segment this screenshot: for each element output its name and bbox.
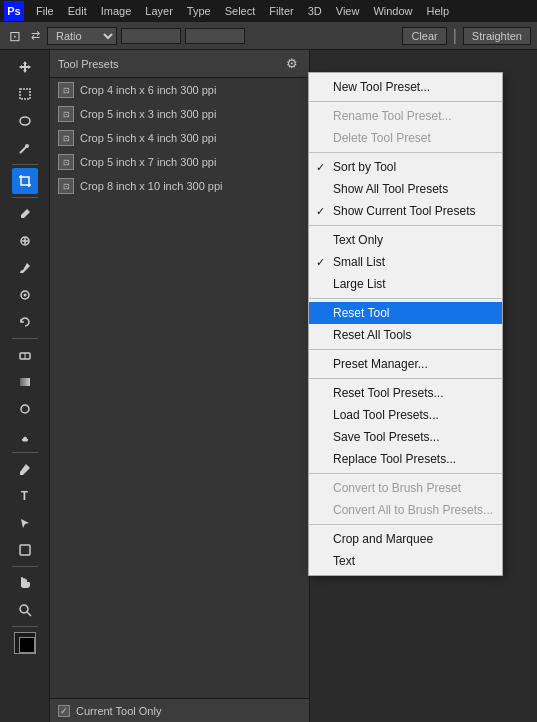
history-brush-tool[interactable] xyxy=(12,309,38,335)
list-item[interactable]: ⊡ Crop 5 inch x 7 inch 300 ppi xyxy=(50,150,309,174)
options-bar: ⊡ ⇄ Ratio Clear | Straighten xyxy=(0,22,537,50)
menubar: Ps File Edit Image Layer Type Select Fil… xyxy=(0,0,537,22)
shape-tool[interactable] xyxy=(12,537,38,563)
svg-rect-0 xyxy=(20,89,30,99)
menu-item-text[interactable]: Text xyxy=(309,550,502,572)
preset-icon: ⊡ xyxy=(58,106,74,122)
menu-separator xyxy=(309,378,502,379)
rect-select-tool[interactable] xyxy=(12,81,38,107)
menu-help[interactable]: Help xyxy=(421,3,456,19)
menu-item-show-current-tool-presets[interactable]: Show Current Tool Presets xyxy=(309,200,502,222)
menu-separator xyxy=(309,298,502,299)
presets-list: ⊡ Crop 4 inch x 6 inch 300 ppi ⊡ Crop 5 … xyxy=(50,78,309,698)
left-toolbar: T xyxy=(0,50,50,722)
menu-item-reset-tool[interactable]: Reset Tool xyxy=(309,302,502,324)
move-tool[interactable] xyxy=(12,54,38,80)
menu-item-text-only[interactable]: Text Only xyxy=(309,229,502,251)
hand-tool[interactable] xyxy=(12,570,38,596)
tool-preset-picker[interactable]: ⊡ xyxy=(6,28,24,44)
svg-rect-11 xyxy=(20,378,30,386)
svg-point-15 xyxy=(20,605,28,613)
menu-separator xyxy=(309,473,502,474)
brush-tool[interactable] xyxy=(12,255,38,281)
preset-icon: ⊡ xyxy=(58,130,74,146)
menu-item-sort-by-tool[interactable]: Sort by Tool xyxy=(309,156,502,178)
magic-wand-tool[interactable] xyxy=(12,135,38,161)
crop-tool[interactable] xyxy=(12,168,38,194)
list-item[interactable]: ⊡ Crop 8 inch x 10 inch 300 ppi xyxy=(50,174,309,198)
height-input[interactable] xyxy=(185,28,245,44)
menu-separator xyxy=(309,225,502,226)
svg-point-8 xyxy=(23,294,26,297)
svg-point-12 xyxy=(21,405,29,413)
menu-separator xyxy=(309,524,502,525)
svg-point-3 xyxy=(25,144,29,148)
eraser-tool[interactable] xyxy=(12,342,38,368)
current-tool-checkbox[interactable]: ✓ xyxy=(58,705,70,717)
menu-item-crop-and-marquee[interactable]: Crop and Marquee xyxy=(309,528,502,550)
ratio-select[interactable]: Ratio xyxy=(47,27,117,45)
preset-icon: ⊡ xyxy=(58,82,74,98)
menu-3d[interactable]: 3D xyxy=(302,3,328,19)
svg-point-1 xyxy=(20,117,30,125)
menu-item-load-tool-presets[interactable]: Load Tool Presets... xyxy=(309,404,502,426)
gradient-tool[interactable] xyxy=(12,369,38,395)
swap-icon[interactable]: ⇄ xyxy=(28,29,43,42)
menu-image[interactable]: Image xyxy=(95,3,138,19)
menu-item-convert-all-to-brush-presets: Convert All to Brush Presets... xyxy=(309,499,502,521)
background-color[interactable] xyxy=(19,637,35,653)
menu-item-preset-manager[interactable]: Preset Manager... xyxy=(309,353,502,375)
type-tool[interactable]: T xyxy=(12,483,38,509)
foreground-color[interactable] xyxy=(14,632,36,654)
svg-line-16 xyxy=(27,612,31,616)
svg-line-2 xyxy=(20,147,26,153)
preset-icon: ⊡ xyxy=(58,178,74,194)
menu-item-convert-to-brush-preset: Convert to Brush Preset xyxy=(309,477,502,499)
app-logo: Ps xyxy=(4,1,24,21)
menu-file[interactable]: File xyxy=(30,3,60,19)
blur-tool[interactable] xyxy=(12,396,38,422)
menu-item-large-list[interactable]: Large List xyxy=(309,273,502,295)
menu-type[interactable]: Type xyxy=(181,3,217,19)
presets-gear-button[interactable]: ⚙ xyxy=(283,56,301,71)
svg-rect-14 xyxy=(20,545,30,555)
zoom-tool[interactable] xyxy=(12,597,38,623)
context-menu: New Tool Preset...Rename Tool Preset...D… xyxy=(308,72,503,576)
dodge-tool[interactable] xyxy=(12,423,38,449)
pen-tool[interactable] xyxy=(12,456,38,482)
width-input[interactable] xyxy=(121,28,181,44)
straighten-button[interactable]: Straighten xyxy=(463,27,531,45)
eyedropper-tool[interactable] xyxy=(12,201,38,227)
menu-item-reset-all-tools[interactable]: Reset All Tools xyxy=(309,324,502,346)
menu-edit[interactable]: Edit xyxy=(62,3,93,19)
menu-separator xyxy=(309,349,502,350)
presets-panel: Tool Presets ⚙ ⊡ Crop 4 inch x 6 inch 30… xyxy=(50,50,310,722)
menu-window[interactable]: Window xyxy=(367,3,418,19)
menu-item-replace-tool-presets[interactable]: Replace Tool Presets... xyxy=(309,448,502,470)
list-item[interactable]: ⊡ Crop 4 inch x 6 inch 300 ppi xyxy=(50,78,309,102)
menu-select[interactable]: Select xyxy=(219,3,262,19)
menu-item-show-all-tool-presets[interactable]: Show All Tool Presets xyxy=(309,178,502,200)
menu-item-small-list[interactable]: Small List xyxy=(309,251,502,273)
menu-item-delete-tool-preset: Delete Tool Preset xyxy=(309,127,502,149)
presets-footer: ✓ Current Tool Only xyxy=(50,698,309,722)
menu-item-save-tool-presets[interactable]: Save Tool Presets... xyxy=(309,426,502,448)
presets-panel-title: Tool Presets xyxy=(58,58,119,70)
menu-separator xyxy=(309,152,502,153)
menu-item-new-tool-preset[interactable]: New Tool Preset... xyxy=(309,76,502,98)
preset-icon: ⊡ xyxy=(58,154,74,170)
list-item[interactable]: ⊡ Crop 5 inch x 3 inch 300 ppi xyxy=(50,102,309,126)
menu-layer[interactable]: Layer xyxy=(139,3,179,19)
path-select-tool[interactable] xyxy=(12,510,38,536)
menu-item-reset-tool-presets[interactable]: Reset Tool Presets... xyxy=(309,382,502,404)
clear-button[interactable]: Clear xyxy=(402,27,446,45)
presets-panel-header: Tool Presets ⚙ xyxy=(50,50,309,78)
current-tool-only-label: Current Tool Only xyxy=(76,705,161,717)
clone-stamp-tool[interactable] xyxy=(12,282,38,308)
svg-point-13 xyxy=(22,439,28,442)
menu-view[interactable]: View xyxy=(330,3,366,19)
menu-filter[interactable]: Filter xyxy=(263,3,299,19)
list-item[interactable]: ⊡ Crop 5 inch x 4 inch 300 ppi xyxy=(50,126,309,150)
lasso-tool[interactable] xyxy=(12,108,38,134)
heal-tool[interactable] xyxy=(12,228,38,254)
